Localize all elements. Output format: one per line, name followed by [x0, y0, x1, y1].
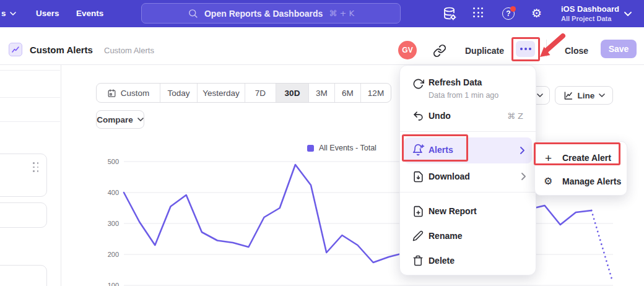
workspace-switcher[interactable]: iOS Dashboard All Project Data	[561, 4, 619, 23]
menu-item-undo[interactable]: Undo ⌘ Z	[400, 106, 536, 125]
range-30d-selected[interactable]: 30D	[276, 84, 309, 102]
header-divider	[546, 40, 547, 57]
compare-label: Compare	[97, 115, 133, 124]
chart-legend: All Events - Total	[307, 144, 376, 152]
range-12m[interactable]: 12M	[361, 84, 391, 102]
search-placeholder: Open Reports & Dashboards	[204, 9, 323, 19]
calendar-icon	[107, 89, 116, 98]
workspace-title: iOS Dashboard	[561, 4, 619, 14]
line-chart-icon	[563, 90, 573, 101]
undo-icon	[412, 110, 424, 122]
chevron-down-icon	[537, 93, 543, 97]
svg-text:100: 100	[108, 282, 119, 286]
help-icon[interactable]: ?	[502, 7, 515, 20]
sidebar	[0, 65, 61, 286]
range-6m[interactable]: 6M	[335, 84, 361, 102]
drag-handle-icon[interactable]	[33, 162, 39, 172]
sidebar-card[interactable]	[0, 202, 47, 228]
pencil-icon	[412, 230, 424, 241]
plus-icon: +	[545, 152, 552, 164]
report-chart-icon	[9, 43, 22, 56]
link-icon[interactable]	[433, 44, 446, 58]
chevron-down-icon	[599, 93, 605, 97]
menu-label: New Report	[429, 206, 477, 216]
workspace-subtitle: All Project Data	[561, 14, 619, 23]
chevron-down-icon	[10, 12, 16, 15]
chevron-right-icon	[520, 147, 524, 154]
report-header: Custom Alerts Custom Alerts GV Duplicate…	[0, 27, 644, 65]
undo-shortcut: ⌘ Z	[507, 111, 523, 121]
data-icon[interactable]	[442, 6, 457, 21]
legend-swatch	[307, 145, 314, 152]
submenu-item-manage-alerts[interactable]: ⚙ Manage Alerts	[535, 170, 627, 193]
alerts-submenu: + Create Alert ⚙ Manage Alerts	[534, 141, 627, 196]
chart-type-button[interactable]: Line	[555, 86, 613, 105]
menu-item-delete[interactable]: Delete	[400, 250, 536, 271]
apps-grid-icon[interactable]	[473, 7, 484, 18]
range-today[interactable]: Today	[160, 84, 198, 102]
gear-icon: ⚙	[544, 176, 552, 186]
breadcrumb: Custom Alerts	[104, 46, 154, 55]
notification-dot	[510, 6, 516, 12]
menu-label: Alerts	[429, 145, 453, 155]
menu-divider	[400, 192, 536, 193]
svg-text:400: 400	[108, 189, 119, 196]
search-bar[interactable]: Open Reports & Dashboards ⌘ + K	[141, 3, 401, 24]
submenu-label: Manage Alerts	[562, 176, 621, 186]
svg-text:300: 300	[108, 220, 119, 227]
trash-icon	[412, 255, 424, 266]
nav-item-users[interactable]: Users	[36, 9, 59, 18]
nav-item-partial[interactable]: s	[1, 9, 16, 18]
alert-bell-icon	[412, 144, 425, 156]
date-range-selector: Custom Today Yesterday 7D 30D 3M 6M 12M	[96, 83, 391, 103]
menu-label: Refresh Data	[429, 77, 482, 87]
submenu-label: Create Alert	[562, 153, 611, 163]
refresh-icon	[412, 78, 424, 90]
menu-label: Rename	[429, 231, 462, 241]
svg-text:500: 500	[108, 158, 119, 165]
menu-label: Download	[429, 171, 470, 181]
range-custom[interactable]: Custom	[97, 84, 160, 102]
nav-item-events[interactable]: Events	[76, 9, 103, 18]
submenu-item-create-alert[interactable]: + Create Alert	[535, 147, 627, 169]
range-3m[interactable]: 3M	[309, 84, 335, 102]
sidebar-card[interactable]	[0, 154, 47, 197]
chevron-right-icon	[521, 173, 526, 180]
page-title: Custom Alerts	[30, 45, 93, 55]
range-yesterday[interactable]: Yesterday	[198, 84, 245, 102]
close-button[interactable]: Close	[565, 46, 588, 56]
svg-text:200: 200	[108, 251, 119, 258]
chart-type-label: Line	[578, 91, 595, 100]
menu-item-new-report[interactable]: New Report	[400, 201, 536, 222]
menu-item-alerts[interactable]: Alerts	[404, 137, 532, 163]
sidebar-divider	[0, 70, 60, 71]
refresh-subtitle: Data from 1 min ago	[429, 91, 498, 100]
sidebar-card[interactable]	[0, 265, 47, 286]
legend-label: All Events - Total	[319, 144, 376, 152]
compare-button[interactable]: Compare	[96, 110, 144, 129]
duplicate-button[interactable]: Duplicate	[465, 46, 504, 56]
sidebar-divider	[0, 121, 60, 122]
range-7d[interactable]: 7D	[245, 84, 276, 102]
save-button[interactable]: Save	[601, 40, 637, 58]
sidebar-divider	[0, 97, 60, 98]
menu-label: Undo	[429, 111, 451, 121]
avatar[interactable]: GV	[398, 41, 417, 59]
menu-label: Delete	[429, 256, 455, 266]
context-menu: Refresh Data Data from 1 min ago Undo ⌘ …	[399, 65, 536, 275]
new-report-icon	[412, 206, 424, 217]
download-icon	[412, 171, 424, 183]
workspace-chevron-down-icon[interactable]	[624, 12, 632, 16]
nav-item-partial-label: s	[1, 9, 6, 18]
search-icon	[188, 8, 198, 19]
range-label: Custom	[121, 89, 150, 98]
menu-item-rename[interactable]: Rename	[400, 225, 536, 246]
settings-gear-icon[interactable]: ⚙	[531, 7, 542, 19]
more-options-button[interactable]	[516, 41, 535, 57]
menu-divider	[400, 131, 536, 132]
menu-item-refresh-data[interactable]: Refresh Data Data from 1 min ago	[400, 71, 536, 103]
menu-item-download[interactable]: Download	[400, 166, 536, 187]
search-shortcut: ⌘ + K	[329, 9, 354, 18]
chevron-down-icon	[137, 118, 144, 121]
top-navigation: s Users Events Open Reports & Dashboards…	[0, 0, 644, 27]
